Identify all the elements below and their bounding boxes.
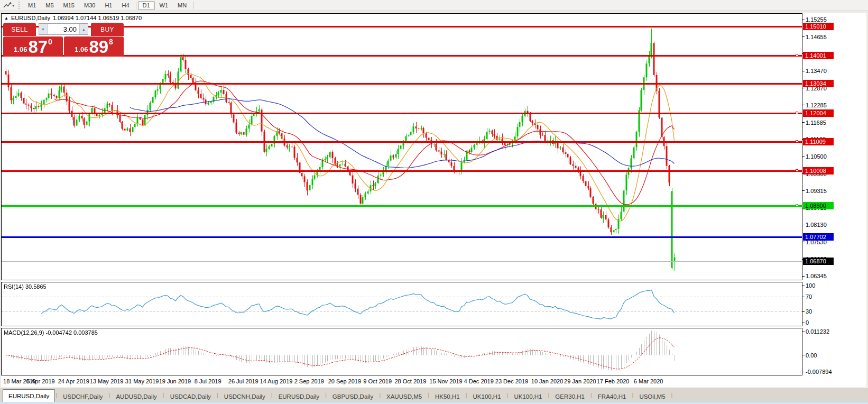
rsi-axis-tick: 100 [802, 282, 815, 289]
price-axis-tick: 1.13470 [802, 67, 827, 75]
date-axis-label: 28 Oct 2019 [394, 378, 426, 384]
date-axis-label: 2 Sep 2019 [294, 378, 324, 384]
date-axis-label: 6 Mar 2020 [634, 378, 663, 384]
price-level-badge: 1.14001 [803, 52, 834, 59]
date-axis-label: 29 Jan 2020 [564, 378, 596, 384]
sell-price-main: 87 [28, 39, 48, 56]
date-axis-label: 10 Jan 2020 [531, 378, 564, 384]
line-drag-handle[interactable] [796, 204, 798, 207]
chart-window: ▲ EURUSD,Daily 1.06994 1.07144 1.06519 1… [1, 13, 866, 387]
macd-axis-tick: 0.011232 [802, 328, 829, 335]
volume-stepper: ▼ 3.00 ▲ [39, 23, 88, 35]
price-level-badge: 1.10008 [803, 167, 834, 175]
timeframe-button-m30[interactable]: M30 [79, 1, 100, 10]
horizontal-line-1.08800[interactable] [2, 205, 802, 207]
rsi-panel: RSI(14) 30.5865 10070300 [1, 282, 866, 326]
chart-tab-usdcnh-daily[interactable]: USDCNH,Daily [219, 391, 271, 402]
price-panel: ▲ EURUSD,Daily 1.06994 1.07144 1.06519 1… [1, 13, 866, 280]
date-axis: 18 Mar 20195 Apr 201924 Apr 201913 May 2… [1, 375, 802, 387]
chart-tab-usdchf-daily[interactable]: USDCHF,Daily [58, 391, 108, 402]
rsi-plot[interactable]: RSI(14) 30.5865 [1, 282, 802, 326]
sell-button[interactable]: SELL [3, 23, 36, 36]
date-axis-label: 4 Dec 2019 [464, 378, 494, 384]
price-axis-tick: 1.12285 [802, 102, 827, 109]
date-axis-label: 13 May 2019 [90, 378, 124, 384]
line-drag-handle[interactable] [796, 140, 798, 143]
price-level-badge: 1.12004 [803, 109, 834, 117]
chart-tab-uk100-h1[interactable]: UK100,H1 [509, 391, 547, 402]
toolbar-separator [136, 2, 136, 10]
horizontal-line-1.11009[interactable] [2, 141, 802, 143]
rsi-axis-tick: 0 [802, 319, 809, 326]
chart-tab-usoil-m5[interactable]: USOil,M5 [634, 391, 670, 402]
price-level-badge: 1.06870 [803, 258, 834, 265]
timeframe-button-m5[interactable]: M5 [41, 1, 58, 10]
date-axis-label: 8 Jul 2019 [195, 378, 221, 384]
timeframe-button-mn[interactable]: MN [173, 1, 191, 10]
pointer-tool-icon [3, 2, 12, 10]
buy-price-pip: 8 [109, 38, 113, 46]
chart-tab-gbpusd-daily[interactable]: GBPUSD,Daily [327, 391, 378, 402]
volume-decrease-button[interactable]: ▼ [39, 24, 48, 34]
buy-price-prefix: 1.06 [75, 45, 88, 53]
buy-price-box[interactable]: 1.06 89 8 [64, 36, 124, 57]
timeframe-button-h4[interactable]: H4 [117, 1, 134, 10]
date-axis-label: 9 Oct 2019 [363, 378, 392, 384]
timeframe-button-h1[interactable]: H1 [100, 1, 117, 10]
macd-axis: 0.0112320.00-0.007894 [802, 328, 866, 375]
macd-axis-tick: 0.00 [802, 352, 817, 359]
triangle-down-icon: ▼ [41, 27, 45, 31]
chart-tab-xauusd-m5[interactable]: XAUUSD,M5 [381, 391, 427, 402]
chart-title: ▲ EURUSD,Daily 1.06994 1.07144 1.06519 1… [4, 15, 145, 21]
line-drag-handle[interactable] [796, 112, 798, 114]
line-drag-handle[interactable] [796, 169, 798, 172]
rsi-axis-tick: 70 [802, 293, 812, 300]
chart-tab-eurusd-daily[interactable]: EURUSD,Daily [3, 389, 55, 402]
price-plot[interactable]: ▲ EURUSD,Daily 1.06994 1.07144 1.06519 1… [1, 13, 802, 280]
horizontal-line-1.07702[interactable] [2, 236, 802, 238]
timeframe-button-m1[interactable]: M1 [23, 1, 41, 10]
chart-tab-hk50-h1[interactable]: HK50,H1 [430, 391, 465, 402]
volume-input[interactable]: 3.00 [48, 24, 79, 34]
price-axis-tick: 1.09315 [802, 187, 827, 195]
ohlc-values: 1.06994 1.07144 1.06519 1.06870 [53, 15, 142, 21]
rsi-axis: 10070300 [802, 282, 866, 326]
price-level-badge: 1.07702 [803, 233, 834, 241]
horizontal-line-1.12004[interactable] [2, 113, 802, 114]
price-axis-tick: 1.11685 [802, 119, 826, 126]
horizontal-line-1.06870[interactable] [2, 261, 802, 262]
buy-button[interactable]: BUY [91, 23, 124, 36]
horizontal-line-1.10008[interactable] [2, 170, 802, 172]
chart-tab-ger30-h1[interactable]: GER30,H1 [550, 391, 590, 402]
symbol-period-label: EURUSD,Daily [11, 15, 50, 21]
chart-tab-audusd-daily[interactable]: AUDUSD,Daily [110, 391, 162, 402]
horizontal-line-1.13034[interactable] [2, 83, 802, 85]
rsi-axis-tick: 30 [802, 308, 812, 315]
chart-tab-fra40-h1[interactable]: FRA40,H1 [593, 391, 632, 402]
price-level-badge: 1.11009 [803, 138, 834, 145]
date-axis-label: 24 Apr 2019 [58, 378, 89, 384]
chart-tab-usdcad-daily[interactable]: USDCAD,Daily [165, 391, 216, 402]
price-level-badge: 1.08800 [803, 202, 834, 209]
chart-tab-uk100-h1[interactable]: UK100,H1 [468, 391, 506, 402]
collapse-icon[interactable]: ▲ [4, 15, 8, 21]
tab-separator: | [671, 392, 673, 398]
timeframe-button-d1[interactable]: D1 [138, 1, 155, 10]
chart-tab-eurusd-daily[interactable]: EURUSD,Daily [273, 391, 325, 402]
macd-canvas[interactable] [2, 328, 802, 375]
date-axis-label: 26 Jul 2019 [228, 378, 258, 384]
timeframe-button-m15[interactable]: M15 [59, 1, 79, 10]
sell-price-box[interactable]: 1.06 87 0 [3, 36, 63, 57]
sell-price-pip: 0 [48, 38, 52, 46]
chevron-down-icon[interactable]: ▾ [12, 3, 14, 8]
line-drag-handle[interactable] [796, 54, 798, 57]
toolbar-separator [193, 2, 193, 10]
price-level-badge: 1.13034 [803, 80, 834, 87]
timeframe-button-w1[interactable]: W1 [155, 1, 173, 10]
volume-increase-button[interactable]: ▲ [79, 24, 88, 34]
rsi-canvas[interactable] [2, 282, 802, 326]
macd-plot[interactable]: MACD(12,26,9) -0.004742 0.003785 [1, 328, 802, 375]
chart-tabs: EURUSD,Daily|USDCHF,Daily|AUDUSD,Daily|U… [0, 388, 868, 402]
macd-panel: MACD(12,26,9) -0.004742 0.003785 0.01123… [1, 328, 866, 375]
pointer-tool-button[interactable]: ▾ [2, 2, 16, 10]
